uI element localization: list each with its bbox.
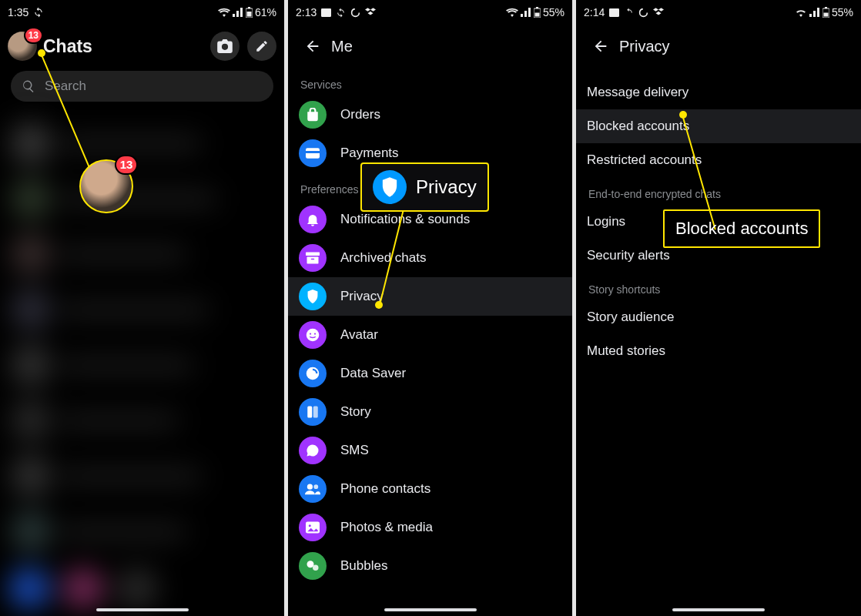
contacts-icon bbox=[299, 475, 327, 503]
row-label: Phone contacts bbox=[340, 481, 430, 497]
wifi-icon bbox=[795, 8, 807, 17]
highlight-avatar: 13 bbox=[79, 159, 133, 213]
battery-icon bbox=[534, 7, 541, 18]
svg-rect-28 bbox=[825, 7, 827, 8]
svg-rect-11 bbox=[307, 257, 319, 264]
nav-pill[interactable] bbox=[672, 608, 765, 611]
back-button[interactable] bbox=[585, 31, 616, 62]
privacy-row-muted-stories[interactable]: Muted stories bbox=[576, 334, 861, 368]
signal-icon bbox=[233, 8, 243, 17]
svg-point-14 bbox=[310, 333, 311, 334]
sms-icon bbox=[299, 437, 327, 464]
status-time: 2:14 bbox=[584, 6, 605, 18]
privacy-row-restricted-accounts[interactable]: Restricted accounts bbox=[576, 143, 861, 177]
shield-icon bbox=[373, 170, 407, 204]
row-label: SMS bbox=[340, 443, 369, 458]
nav-pill[interactable] bbox=[96, 608, 189, 611]
row-label: Privacy bbox=[340, 289, 384, 304]
settings-row-story[interactable]: Story bbox=[288, 393, 572, 431]
compose-button[interactable] bbox=[247, 32, 276, 61]
row-label: Logins bbox=[587, 214, 625, 229]
blurred-chat-list bbox=[0, 116, 284, 616]
svg-rect-3 bbox=[321, 8, 331, 17]
row-label: Security alerts bbox=[587, 248, 670, 263]
svg-rect-7 bbox=[534, 13, 539, 17]
story-icon bbox=[299, 398, 327, 426]
privacy-row-blocked-accounts[interactable]: Blocked accounts bbox=[576, 109, 861, 143]
svg-rect-25 bbox=[609, 8, 619, 17]
bell-icon bbox=[299, 206, 327, 233]
row-label: Message delivery bbox=[587, 85, 688, 100]
row-label: Blocked accounts bbox=[587, 119, 689, 134]
status-bar: 2:13 55% bbox=[288, 0, 572, 25]
status-time: 1:35 bbox=[8, 6, 28, 18]
settings-row-avatar[interactable]: Avatar bbox=[288, 316, 572, 354]
dropbox-icon bbox=[365, 8, 376, 17]
svg-point-24 bbox=[313, 565, 319, 571]
card-icon bbox=[299, 139, 327, 167]
unread-badge: 13 bbox=[25, 28, 42, 42]
callout-label: Privacy bbox=[416, 176, 477, 198]
battery-icon bbox=[246, 7, 253, 18]
bag-icon bbox=[299, 101, 327, 129]
svg-rect-29 bbox=[823, 13, 828, 17]
battery-icon bbox=[822, 7, 829, 18]
face-icon bbox=[299, 321, 327, 349]
row-label: Story bbox=[340, 404, 371, 420]
nav-pill[interactable] bbox=[384, 608, 477, 611]
wifi-icon bbox=[506, 8, 518, 17]
settings-row-archived-chats[interactable]: Archived chats bbox=[288, 239, 572, 277]
search-icon bbox=[22, 79, 35, 93]
data-icon bbox=[299, 360, 327, 387]
privacy-row-message-delivery[interactable]: Message delivery bbox=[576, 75, 861, 109]
svg-rect-12 bbox=[311, 259, 315, 260]
bubbles-icon bbox=[299, 552, 327, 580]
svg-point-26 bbox=[640, 8, 648, 16]
settings-row-phone-contacts[interactable]: Phone contacts bbox=[288, 470, 572, 508]
settings-row-sms[interactable]: SMS bbox=[288, 431, 572, 470]
row-label: Orders bbox=[340, 107, 380, 122]
svg-point-23 bbox=[307, 561, 314, 567]
status-battery: 61% bbox=[255, 6, 276, 18]
row-label: Photos & media bbox=[340, 520, 433, 535]
dropbox-icon bbox=[653, 8, 664, 17]
row-label: Archived chats bbox=[340, 250, 427, 266]
svg-point-22 bbox=[309, 524, 311, 527]
svg-point-4 bbox=[352, 8, 360, 16]
camera-button[interactable] bbox=[210, 32, 240, 61]
status-bar: 1:35 61% bbox=[0, 0, 284, 25]
status-time: 2:13 bbox=[296, 6, 317, 18]
svg-point-15 bbox=[314, 333, 316, 334]
search-placeholder: Search bbox=[45, 79, 86, 94]
spin-icon bbox=[350, 8, 360, 18]
status-bar: 2:14 55% bbox=[576, 0, 861, 25]
svg-rect-2 bbox=[246, 12, 251, 17]
settings-row-orders[interactable]: Orders bbox=[288, 95, 572, 134]
sync-icon bbox=[33, 7, 44, 18]
spin-icon bbox=[638, 8, 648, 18]
signal-icon bbox=[809, 8, 820, 17]
page-title: Privacy bbox=[619, 38, 670, 55]
svg-point-19 bbox=[307, 484, 313, 490]
settings-row-photos-media[interactable]: Photos & media bbox=[288, 508, 572, 547]
callout-label: Blocked accounts bbox=[675, 219, 808, 238]
settings-row-privacy[interactable]: Privacy bbox=[288, 277, 572, 316]
card-icon bbox=[321, 8, 331, 17]
section-header: End-to-end encrypted chats bbox=[576, 177, 861, 205]
header: Privacy bbox=[576, 25, 861, 68]
signal-icon bbox=[521, 8, 531, 17]
privacy-row-story-audience[interactable]: Story audience bbox=[576, 300, 861, 334]
row-label: Restricted accounts bbox=[587, 152, 702, 168]
phone-chats: 1:35 61% 13 Chats Search bbox=[0, 0, 284, 616]
search-input[interactable]: Search bbox=[11, 71, 273, 102]
svg-point-13 bbox=[307, 329, 320, 342]
callout-blocked: Blocked accounts bbox=[663, 209, 820, 248]
settings-row-data-saver[interactable]: Data Saver bbox=[288, 354, 572, 393]
back-button[interactable] bbox=[297, 31, 328, 62]
settings-row-bubbles[interactable]: Bubbles bbox=[288, 547, 572, 585]
profile-avatar[interactable]: 13 bbox=[8, 32, 37, 61]
shield-icon bbox=[299, 283, 327, 310]
header: Me bbox=[288, 25, 572, 68]
svg-rect-18 bbox=[313, 407, 318, 418]
wifi-icon bbox=[218, 8, 230, 17]
